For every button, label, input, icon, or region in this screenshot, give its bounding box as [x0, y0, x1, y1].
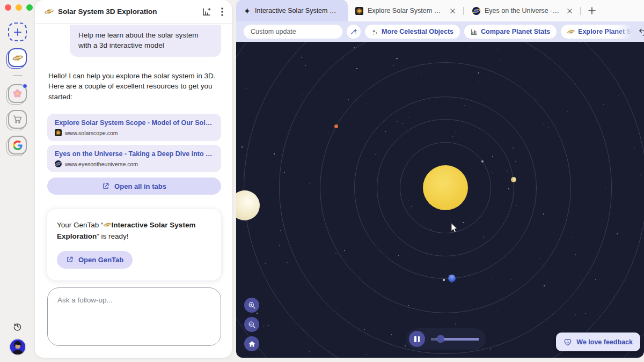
pause-button[interactable]	[409, 331, 425, 347]
chat-header: Solar System 3D Exploration	[35, 0, 232, 24]
saturn-icon	[567, 28, 575, 35]
link-card-solarscope[interactable]: Explore Solar System Scope - Model of Ou…	[47, 114, 221, 141]
planet-mars[interactable]	[334, 124, 338, 128]
user-message: Help me learn about the solar system wit…	[70, 25, 221, 57]
notification-dot	[23, 84, 27, 88]
plus-icon	[13, 28, 22, 36]
gentab-sparkle-icon	[244, 8, 251, 14]
solar-canvas[interactable]: We love feedback	[236, 42, 644, 358]
user-avatar[interactable]	[10, 339, 25, 354]
toolbar-action-label: More Celestial Objects	[382, 28, 453, 35]
close-window-button[interactable]	[5, 4, 11, 11]
home-icon	[248, 340, 256, 348]
app-rail	[0, 0, 35, 362]
close-tab-icon[interactable]	[565, 6, 574, 15]
planet-mercury[interactable]	[481, 160, 484, 162]
undo-icon[interactable]	[638, 27, 644, 36]
planet-sun[interactable]	[423, 165, 468, 210]
planet-venus[interactable]	[511, 177, 516, 182]
assistant-panel: Solar System 3D Exploration Help me lear…	[35, 0, 232, 358]
custom-update-input[interactable]	[244, 25, 342, 39]
rail-divider	[13, 75, 23, 76]
explore-planet-surfaces-button[interactable]: Explore Planet Surfac	[561, 25, 634, 39]
flower-icon	[12, 88, 23, 99]
more-celestial-objects-button[interactable]: More Celestial Objects	[365, 25, 460, 39]
toolbar-action-label: Explore Planet Surfac	[578, 28, 634, 35]
open-gentab-label: Open GenTab	[78, 256, 123, 264]
history-icon[interactable]	[13, 322, 22, 331]
pause-icon	[418, 336, 420, 342]
solarscope-favicon	[355, 7, 363, 15]
new-tab-button[interactable]	[588, 7, 596, 14]
zoom-out-button[interactable]	[244, 317, 259, 332]
open-all-in-tabs-button[interactable]: Open all in tabs	[47, 178, 221, 195]
maximize-window-button[interactable]	[26, 4, 33, 11]
tab-separator	[463, 7, 464, 15]
tab-eyes-on-the-universe[interactable]: Eyes on the Universe - Taking	[465, 0, 579, 21]
magic-wand-icon	[350, 28, 357, 35]
tab-label: Eyes on the Universe - Taking	[485, 7, 561, 14]
planet-earth[interactable]	[448, 275, 456, 282]
open-all-label: Open all in tabs	[114, 182, 166, 190]
solarscope-favicon	[55, 129, 62, 136]
magic-wand-button[interactable]	[347, 25, 361, 39]
tab-interactive-solar-system[interactable]: Interactive Solar System Explor…	[236, 0, 348, 21]
close-tab-icon[interactable]	[448, 6, 457, 15]
link-title[interactable]: Eyes on the Universe - Taking a Deep Div…	[55, 150, 214, 158]
saturn-icon	[12, 53, 23, 63]
link-title[interactable]: Explore Solar System Scope - Model of Ou…	[55, 119, 214, 127]
feedback-button[interactable]: We love feedback	[556, 333, 640, 351]
saturn-icon	[104, 221, 111, 228]
eyesontheuniverse-favicon	[55, 160, 62, 167]
cart-icon	[12, 114, 23, 124]
playback-bar	[406, 328, 486, 350]
heart-smile-icon	[564, 338, 572, 346]
new-chat-button[interactable]	[8, 23, 27, 41]
speed-slider[interactable]	[431, 338, 479, 341]
zoom-in-icon	[248, 301, 256, 309]
window-controls	[5, 4, 33, 11]
zoom-in-button[interactable]	[244, 298, 259, 313]
followup-input[interactable]	[47, 287, 221, 346]
sparkles-icon	[371, 28, 378, 35]
sidebar-item-flower[interactable]	[8, 84, 27, 103]
google-logo-icon	[13, 141, 23, 150]
mouse-cursor	[451, 223, 458, 233]
link-domain-text: www.eyesontheuniverse.com	[65, 161, 138, 167]
feedback-label: We love feedback	[576, 338, 633, 346]
link-card-eyesontheuniverse[interactable]: Eyes on the Universe - Taking a Deep Div…	[47, 145, 221, 172]
tab-solar-system-scope[interactable]: Explore Solar System Scope -	[348, 0, 462, 21]
tab-separator	[580, 7, 581, 15]
bar-chart-icon	[471, 28, 478, 35]
tab-label: Interactive Solar System Explor…	[255, 7, 340, 14]
new-gentab-icon[interactable]	[202, 7, 211, 17]
open-gentab-button[interactable]: Open GenTab	[57, 251, 133, 269]
toolbar-action-label: Compare Planet Stats	[481, 28, 550, 35]
zoom-out-icon	[248, 321, 256, 329]
saturn-icon	[45, 7, 54, 16]
pause-icon	[414, 336, 416, 342]
tab-label: Explore Solar System Scope -	[368, 7, 444, 14]
eyesontheuniverse-favicon	[472, 7, 480, 15]
assistant-message: Hello! I can help you explore the solar …	[48, 71, 220, 102]
planet-moon[interactable]	[443, 279, 445, 281]
chat-title: Solar System 3D Exploration	[58, 8, 157, 16]
slider-thumb[interactable]	[437, 335, 444, 343]
compare-planet-stats-button[interactable]: Compare Planet Stats	[464, 25, 557, 39]
gentab-toolbar: More Celestial Objects Compare Planet St…	[236, 21, 644, 42]
gentab-ready-card: Your GenTab “Interactive Solar System Ex…	[47, 209, 221, 280]
menu-kebab-icon[interactable]	[221, 8, 223, 16]
sidebar-item-google[interactable]	[8, 136, 27, 154]
open-in-new-icon	[66, 256, 74, 263]
tab-strip: Interactive Solar System Explor… Explore…	[236, 0, 644, 21]
minimize-window-button[interactable]	[16, 4, 22, 11]
sidebar-item-solar-system[interactable]	[8, 48, 27, 67]
gentab-ready-text: Your GenTab “Interactive Solar System Ex…	[57, 220, 211, 242]
home-view-button[interactable]	[244, 336, 259, 351]
open-in-new-icon	[102, 182, 109, 190]
link-domain-text: www.solarscope.com	[65, 130, 118, 136]
sidebar-item-shopping[interactable]	[8, 110, 27, 129]
